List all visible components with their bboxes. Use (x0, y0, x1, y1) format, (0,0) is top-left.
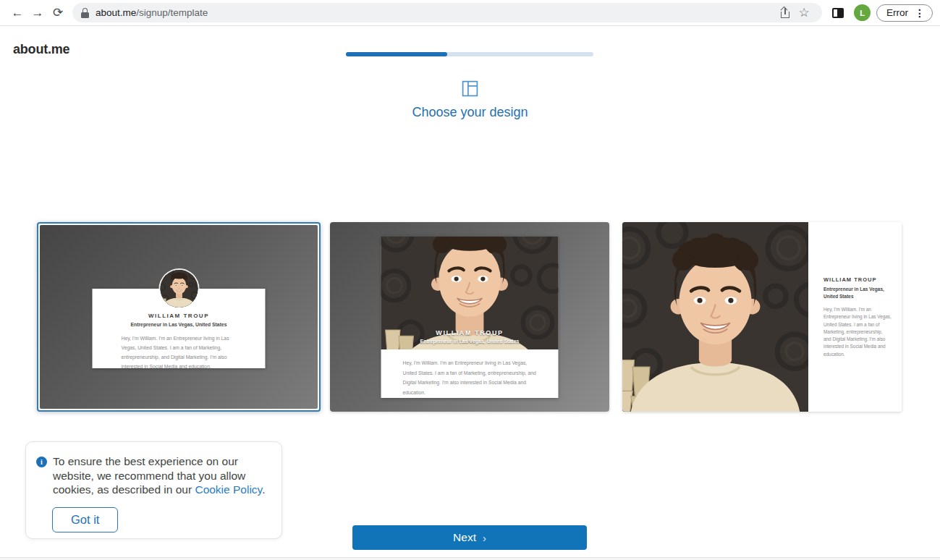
star-icon: ☆ (798, 5, 809, 20)
next-button-label: Next (453, 531, 476, 544)
url-text: about.me/signup/template (96, 7, 208, 18)
profile-bio: Hey, I'm William. I'm an Entrepreneur li… (403, 358, 538, 397)
bookmark-button[interactable]: ☆ (795, 4, 813, 22)
back-icon: ← (12, 6, 24, 20)
forward-button[interactable]: → (27, 3, 48, 23)
profile-avatar[interactable]: L (854, 4, 871, 21)
cookie-message-end: . (262, 483, 265, 496)
profile-name: WILLIAM TROUP (381, 329, 559, 336)
signup-progress-bar (346, 52, 593, 56)
profile-tagline: Entrepreneur in Las Vegas, United States (381, 339, 559, 344)
cookie-policy-link[interactable]: Cookie Policy (195, 483, 262, 496)
profile-bio: Hey, I'm William. I'm an Entrepreneur li… (823, 306, 892, 358)
back-button[interactable]: ← (7, 3, 27, 23)
browser-toolbar: ← → ⟳ about.me/signup/template ☆ L Error… (0, 0, 940, 26)
profile-bio: Hey, I'm William. I'm an Entrepreneur li… (122, 334, 237, 371)
step-header: Choose your design (0, 80, 940, 120)
menu-dots-icon: ⋮ (915, 7, 925, 19)
template-1-preview: WILLIAM TROUP Entrepreneur in Las Vegas,… (40, 225, 318, 409)
profile-name: WILLIAM TROUP (823, 276, 892, 283)
cookie-message: To ensure the best experience on our web… (53, 454, 270, 497)
bottom-edge-divider (0, 557, 940, 560)
profile-tagline: Entrepreneur in Las Vegas, United States (93, 322, 266, 327)
tagline-line1: Entrepreneur in Las Vegas, (823, 286, 892, 293)
template-layout-icon (461, 80, 479, 98)
portrait-photo (160, 270, 198, 307)
profile-photo-avatar (160, 270, 198, 307)
reload-icon: ⟳ (53, 6, 63, 20)
url-host: about.me (96, 7, 136, 18)
info-icon: i (36, 457, 47, 467)
template-2-profile-card: WILLIAM TROUP Entrepreneur in Las Vegas,… (381, 237, 559, 398)
got-it-button[interactable]: Got it (52, 507, 118, 533)
template-1-profile-card: WILLIAM TROUP Entrepreneur in Las Vegas,… (93, 289, 266, 368)
reload-button[interactable]: ⟳ (48, 3, 68, 23)
template-card-split[interactable]: WILLIAM TROUP Entrepreneur in Las Vegas,… (622, 222, 902, 412)
profile-name: WILLIAM TROUP (93, 313, 266, 319)
aboutme-logo: about.me (13, 42, 69, 57)
photo-text-overlay: WILLIAM TROUP Entrepreneur in Las Vegas,… (381, 329, 559, 344)
error-label: Error (886, 7, 908, 18)
tagline-line2: United States (823, 293, 892, 300)
forward-icon: → (32, 6, 44, 20)
page-title: Choose your design (0, 105, 940, 120)
address-bar[interactable]: about.me/signup/template ☆ (72, 3, 822, 22)
cookie-notice: i To ensure the best experience on our w… (25, 441, 282, 539)
profile-photo (622, 222, 808, 412)
next-button[interactable]: Next › (352, 525, 587, 550)
template-card-photo-overlay[interactable]: WILLIAM TROUP Entrepreneur in Las Vegas,… (330, 222, 609, 412)
share-icon (781, 8, 789, 18)
lock-icon (81, 8, 89, 18)
page: ← → ⟳ about.me/signup/template ☆ L Error… (0, 0, 940, 560)
share-button[interactable] (776, 4, 795, 22)
template-card-centered[interactable]: WILLIAM TROUP Entrepreneur in Las Vegas,… (37, 222, 321, 412)
browser-error-menu[interactable]: Error ⋮ (876, 4, 933, 22)
progress-fill (346, 52, 447, 56)
side-panel-button[interactable] (832, 8, 844, 18)
profile-tagline: Entrepreneur in Las Vegas, United States (823, 286, 892, 300)
portrait-photo (622, 222, 808, 412)
template-3-text-panel: WILLIAM TROUP Entrepreneur in Las Vegas,… (808, 222, 902, 412)
profile-photo: WILLIAM TROUP Entrepreneur in Las Vegas,… (381, 237, 559, 349)
chevron-right-icon: › (483, 532, 486, 544)
url-path: /signup/template (136, 7, 208, 18)
